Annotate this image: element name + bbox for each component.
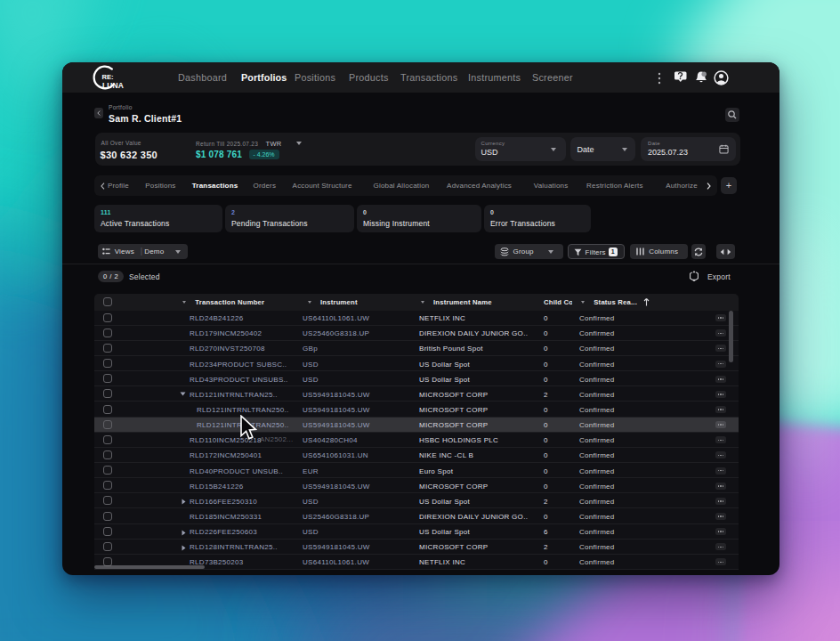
svg-text:RE:: RE:: [102, 73, 114, 81]
svg-text:LUNA: LUNA: [102, 81, 124, 90]
